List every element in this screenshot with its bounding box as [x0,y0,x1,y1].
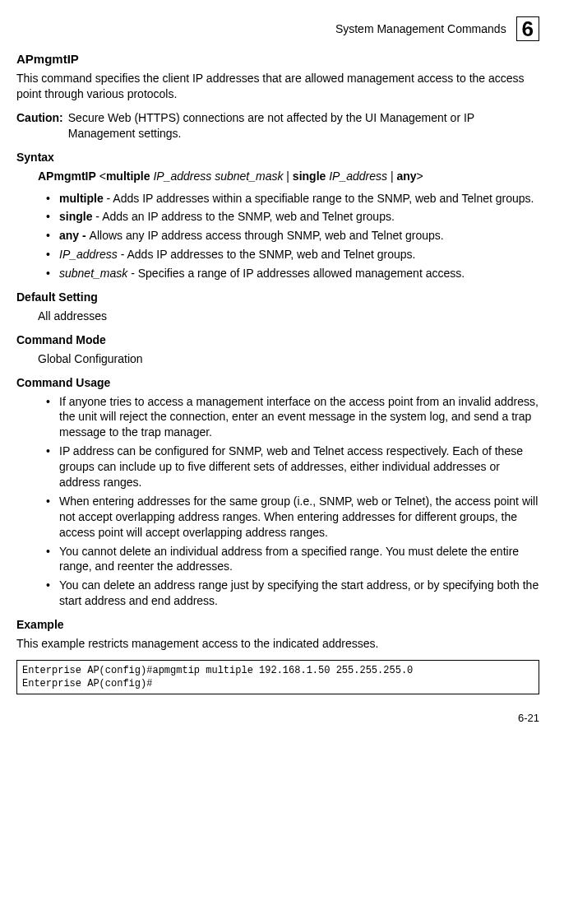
command-name: APmgmtIP [16,51,539,67]
syntax-open: < [99,169,106,183]
param-name-bold: single [59,210,92,223]
section-title: System Management Commands [335,21,506,37]
param-name-bold: multiple [59,192,104,205]
syntax-pipe2: | [387,169,396,183]
param-desc: - Specifies a range of IP addresses allo… [127,267,465,280]
syntax-kw-multiple: multiple [106,169,150,183]
list-item: multiple - Adds IP addresses within a sp… [46,191,539,207]
caution-text: Secure Web (HTTPS) connections are not a… [68,110,539,142]
default-setting-heading: Default Setting [16,290,539,305]
param-name-ital: IP_address [59,248,118,261]
list-item: IP address can be configured for SNMP, w… [46,443,539,490]
example-code-block: Enterprise AP(config)#apmgmtip multiple … [16,660,539,694]
param-desc: - Adds an IP address to the SNMP, web an… [92,210,394,223]
command-mode-heading: Command Mode [16,332,539,348]
param-desc: Allows any IP address access through SNM… [90,229,444,242]
list-item: subnet_mask - Specifies a range of IP ad… [46,266,539,281]
caution-label: Caution: [16,110,63,142]
syntax-arg-ip: IP_address [153,169,211,183]
example-intro: This example restricts management access… [16,636,539,652]
command-usage-heading: Command Usage [16,375,539,391]
param-desc: - Adds IP addresses to the SNMP, web and… [118,248,416,261]
param-name-ital: subnet_mask [59,267,127,280]
list-item: You can delete an address range just by … [46,578,539,609]
syntax-params-list: multiple - Adds IP addresses within a sp… [16,191,539,281]
example-heading: Example [16,617,539,633]
chapter-number-box: 6 [516,16,539,41]
syntax-arg-ip2: IP_address [329,169,387,183]
syntax-line: APmgmtIP <multiple IP_address subnet_mas… [38,169,539,184]
syntax-kw-single: single [293,169,326,183]
page-footer: 6-21 [16,711,539,726]
syntax-heading: Syntax [16,150,539,165]
syntax-pipe1: | [283,169,292,183]
param-desc: - Adds IP addresses within a specifiable… [104,192,534,205]
syntax-cmd: APmgmtIP [38,169,96,183]
param-name-bold: any - [59,229,90,242]
command-description: This command specifies the client IP add… [16,71,539,102]
list-item: single - Adds an IP address to the SNMP,… [46,209,539,225]
syntax-close: > [417,169,423,183]
list-item: When entering addresses for the same gro… [46,494,539,541]
list-item: any - Allows any IP address access throu… [46,228,539,244]
syntax-kw-any: any [396,169,416,183]
list-item: If anyone tries to access a management i… [46,394,539,441]
syntax-arg-mask: subnet_mask [215,169,283,183]
command-mode-value: Global Configuration [38,351,539,367]
caution-block: Caution: Secure Web (HTTPS) connections … [16,110,539,142]
list-item: You cannot delete an individual address … [46,544,539,575]
page-header: System Management Commands 6 [16,16,539,41]
command-usage-list: If anyone tries to access a management i… [16,394,539,610]
default-setting-value: All addresses [38,309,539,324]
list-item: IP_address - Adds IP addresses to the SN… [46,247,539,262]
